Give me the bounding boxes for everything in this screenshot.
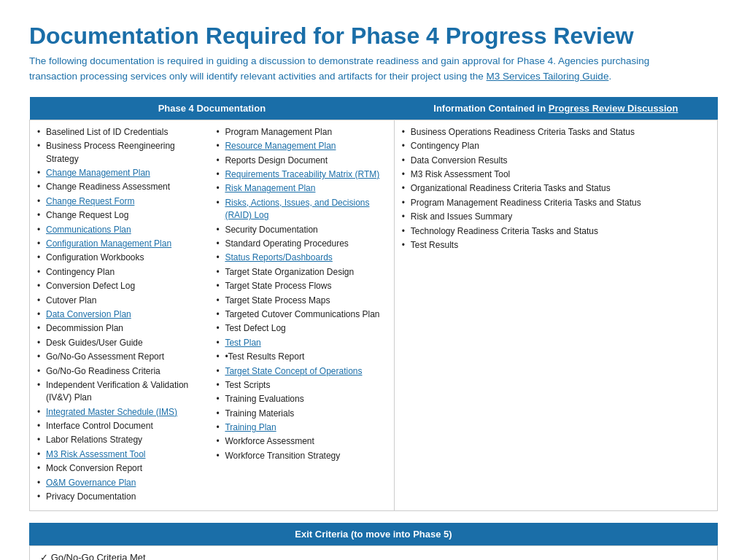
list-item: Conversion Defect Log [37, 280, 207, 292]
list-item: Mock Conversion Report [37, 462, 207, 475]
list-item: Target State Concept of Operations [216, 365, 386, 378]
list-item: Go/No-Go Readiness Criteria [37, 365, 207, 378]
exit-criteria-check: ✓ [40, 552, 48, 560]
right-doc-list: Program Management PlanResource Manageme… [216, 126, 386, 462]
list-item: Organizational Readiness Criteria Tasks … [402, 182, 710, 195]
subtitle: The following documentation is required … [29, 54, 657, 84]
list-item: Program Management Plan [216, 126, 386, 139]
list-item: Labor Relations Strategy [37, 434, 207, 446]
list-item: Target State Process Maps [216, 295, 386, 307]
progress-review-link[interactable]: Progress Review Discussion [549, 103, 678, 114]
list-item: Go/No-Go Assessment Report [37, 351, 207, 363]
list-item: Configuration Management Plan [37, 238, 207, 250]
left-doc-list: Baselined List of ID CredentialsBusiness… [37, 126, 207, 504]
list-item: •Test Results Report [216, 351, 386, 363]
phase-documentation-cell: Baselined List of ID CredentialsBusiness… [30, 120, 395, 511]
list-item: Requirements Traceability Matrix (RTM) [216, 168, 386, 181]
main-table: Phase 4 Documentation Information Contai… [29, 97, 718, 512]
list-item: Integrated Master Schedule (IMS) [37, 406, 207, 419]
list-item: Cutover Plan [37, 295, 207, 307]
list-item: M3 Risk Assessment Tool [37, 448, 207, 461]
list-item: Standard Operating Procedures [216, 238, 386, 250]
list-item: Data Conversion Results [402, 155, 710, 167]
list-item: Target State Organization Design [216, 266, 386, 279]
list-item: Contingency Plan [37, 266, 207, 279]
list-item: Security Documentation [216, 224, 386, 236]
list-item: Technology Readiness Criteria Tasks and … [402, 225, 710, 238]
phase-two-col: Baselined List of ID CredentialsBusiness… [37, 126, 387, 505]
page-title: Documentation Required for Phase 4 Progr… [29, 22, 718, 50]
list-item: Training Plan [216, 421, 386, 434]
list-item: Desk Guides/User Guide [37, 337, 207, 349]
list-item: Program Management Readiness Criteria Ta… [402, 197, 710, 209]
list-item: Independent Verification & Validation (I… [37, 379, 207, 405]
list-item: Workforce Transition Strategy [216, 450, 386, 462]
list-item: Test Plan [216, 337, 386, 349]
list-item: Change Request Form [37, 195, 207, 208]
list-item: Communications Plan [37, 224, 207, 236]
list-item: Workforce Assessment [216, 435, 386, 448]
list-item: Risk and Issues Summary [402, 211, 710, 223]
info-doc-list: Business Operations Readiness Criteria T… [402, 126, 710, 252]
list-item: Risk Management Plan [216, 182, 386, 195]
list-item: Privacy Documentation [37, 491, 207, 503]
list-item: Training Materials [216, 408, 386, 420]
list-item: Test Scripts [216, 379, 386, 392]
list-item: Change Request Log [37, 209, 207, 222]
list-item: Resource Management Plan [216, 140, 386, 152]
list-item: Target State Process Flows [216, 280, 386, 292]
list-item: Training Evaluations [216, 393, 386, 405]
exit-criteria-content: ✓ Go/No-Go Criteria Met [29, 545, 718, 560]
list-item: Business Operations Readiness Criteria T… [402, 126, 710, 139]
list-item: Targeted Cutover Communications Plan [216, 308, 386, 321]
list-item: O&M Governance Plan [37, 477, 207, 489]
list-item: Risks, Actions, Issues, and Decisions (R… [216, 197, 386, 222]
list-item: Business Process Reengineering Strategy [37, 140, 207, 166]
info-cell: Business Operations Readiness Criteria T… [394, 120, 717, 511]
list-item: M3 Risk Assessment Tool [402, 168, 710, 181]
list-item: Decommission Plan [37, 322, 207, 335]
list-item: Reports Design Document [216, 155, 386, 167]
list-item: Change Readiness Assessment [37, 181, 207, 193]
list-item: Test Defect Log [216, 322, 386, 335]
list-item: Configuration Workbooks [37, 252, 207, 264]
list-item: Baselined List of ID Credentials [37, 126, 207, 139]
phase-col-right: Program Management PlanResource Manageme… [212, 126, 386, 505]
list-item: Contingency Plan [402, 140, 710, 152]
exit-criteria-header: Exit Criteria (to move into Phase 5) [29, 523, 718, 545]
tailoring-guide-link[interactable]: M3 Services Tailoring Guide [487, 71, 609, 82]
phase-col-left: Baselined List of ID CredentialsBusiness… [37, 126, 212, 505]
list-item: Interface Control Document [37, 420, 207, 432]
list-item: Data Conversion Plan [37, 308, 207, 321]
exit-criteria-item: Go/No-Go Criteria Met [51, 552, 146, 560]
info-header: Information Contained in Progress Review… [394, 97, 717, 120]
list-item: Change Management Plan [37, 167, 207, 179]
phase-header: Phase 4 Documentation [30, 97, 395, 120]
list-item: Status Reports/Dashboards [216, 252, 386, 264]
list-item: Test Results [402, 239, 710, 252]
